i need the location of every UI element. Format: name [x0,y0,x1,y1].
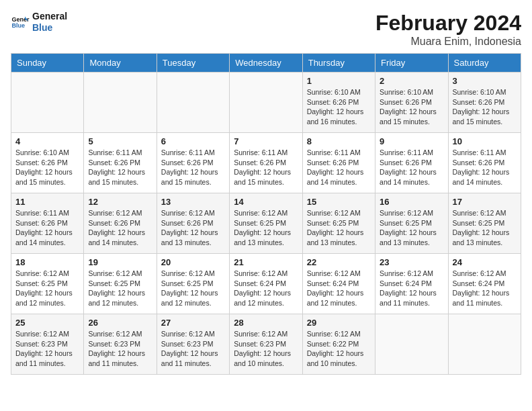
day-info: Sunrise: 6:11 AMSunset: 6:26 PMDaylight:… [88,148,152,187]
day-info: Sunrise: 6:12 AMSunset: 6:23 PMDaylight:… [88,329,152,369]
day-number: 25 [15,318,79,328]
calendar-cell: 18Sunrise: 6:12 AMSunset: 6:25 PMDayligh… [11,254,84,314]
day-number: 5 [88,136,152,146]
day-number: 18 [15,257,79,267]
weekday-header-thursday: Thursday [302,54,375,73]
day-number: 15 [307,197,371,207]
day-number: 10 [453,136,517,146]
calendar-cell: 12Sunrise: 6:12 AMSunset: 6:26 PMDayligh… [84,193,157,254]
calendar-cell: 6Sunrise: 6:11 AMSunset: 6:26 PMDaylight… [157,133,229,193]
weekday-header-sunday: Sunday [11,54,84,73]
calendar-cell [84,73,157,133]
calendar-cell: 11Sunrise: 6:11 AMSunset: 6:26 PMDayligh… [11,193,84,254]
month-year-title: February 2024 [375,11,521,36]
day-info: Sunrise: 6:11 AMSunset: 6:26 PMDaylight:… [307,148,371,187]
calendar-cell: 24Sunrise: 6:12 AMSunset: 6:24 PMDayligh… [448,254,521,314]
day-number: 2 [380,76,443,86]
logo-blue: Blue [32,22,67,34]
calendar-cell: 26Sunrise: 6:12 AMSunset: 6:23 PMDayligh… [84,314,157,375]
calendar-cell: 4Sunrise: 6:10 AMSunset: 6:26 PMDaylight… [11,133,84,193]
week-row-4: 18Sunrise: 6:12 AMSunset: 6:25 PMDayligh… [11,254,521,314]
day-number: 7 [234,136,298,146]
calendar-cell: 14Sunrise: 6:12 AMSunset: 6:25 PMDayligh… [230,193,302,254]
day-number: 3 [453,76,517,86]
day-info: Sunrise: 6:12 AMSunset: 6:25 PMDaylight:… [15,269,79,308]
calendar-cell: 5Sunrise: 6:11 AMSunset: 6:26 PMDaylight… [84,133,157,193]
calendar-cell [230,73,302,133]
day-number: 21 [234,257,298,267]
day-number: 16 [380,197,443,207]
week-row-2: 4Sunrise: 6:10 AMSunset: 6:26 PMDaylight… [11,133,521,193]
logo-general: General [32,11,67,22]
weekday-header-wednesday: Wednesday [230,54,302,73]
day-info: Sunrise: 6:12 AMSunset: 6:25 PMDaylight:… [307,208,371,248]
day-number: 1 [307,76,371,86]
calendar-cell [157,73,229,133]
day-info: Sunrise: 6:12 AMSunset: 6:25 PMDaylight:… [161,269,225,308]
day-number: 29 [307,318,371,328]
weekday-header-row: SundayMondayTuesdayWednesdayThursdayFrid… [11,54,521,73]
calendar-cell: 8Sunrise: 6:11 AMSunset: 6:26 PMDaylight… [302,133,375,193]
day-number: 20 [161,257,225,267]
calendar-cell: 22Sunrise: 6:12 AMSunset: 6:24 PMDayligh… [302,254,375,314]
day-number: 27 [161,318,225,328]
day-number: 12 [88,197,152,207]
location-subtitle: Muara Enim, Indonesia [375,36,521,48]
week-row-1: 1Sunrise: 6:10 AMSunset: 6:26 PMDaylight… [11,73,521,133]
week-row-5: 25Sunrise: 6:12 AMSunset: 6:23 PMDayligh… [11,314,521,375]
calendar-cell: 29Sunrise: 6:12 AMSunset: 6:22 PMDayligh… [302,314,375,375]
day-number: 23 [380,257,443,267]
calendar-cell: 20Sunrise: 6:12 AMSunset: 6:25 PMDayligh… [157,254,229,314]
day-number: 13 [161,197,225,207]
calendar-cell: 1Sunrise: 6:10 AMSunset: 6:26 PMDaylight… [302,73,375,133]
day-info: Sunrise: 6:10 AMSunset: 6:26 PMDaylight:… [380,87,443,127]
day-info: Sunrise: 6:12 AMSunset: 6:23 PMDaylight:… [234,329,298,369]
day-info: Sunrise: 6:12 AMSunset: 6:24 PMDaylight:… [234,269,298,308]
calendar-cell [448,314,521,375]
day-number: 4 [15,136,79,146]
title-section: February 2024 Muara Enim, Indonesia [375,11,521,48]
day-info: Sunrise: 6:12 AMSunset: 6:26 PMDaylight:… [161,208,225,248]
calendar-table: SundayMondayTuesdayWednesdayThursdayFrid… [11,53,521,375]
day-info: Sunrise: 6:11 AMSunset: 6:26 PMDaylight:… [380,148,443,187]
day-info: Sunrise: 6:10 AMSunset: 6:26 PMDaylight:… [307,87,371,127]
day-info: Sunrise: 6:12 AMSunset: 6:25 PMDaylight:… [88,269,152,308]
calendar-cell: 16Sunrise: 6:12 AMSunset: 6:25 PMDayligh… [375,193,448,254]
weekday-header-tuesday: Tuesday [157,54,229,73]
calendar-cell: 23Sunrise: 6:12 AMSunset: 6:24 PMDayligh… [375,254,448,314]
day-number: 8 [307,136,371,146]
day-number: 19 [88,257,152,267]
day-number: 28 [234,318,298,328]
header: General Blue General Blue February 2024 … [11,11,521,48]
day-info: Sunrise: 6:11 AMSunset: 6:26 PMDaylight:… [234,148,298,187]
calendar-cell: 2Sunrise: 6:10 AMSunset: 6:26 PMDaylight… [375,73,448,133]
calendar-cell: 3Sunrise: 6:10 AMSunset: 6:26 PMDaylight… [448,73,521,133]
day-number: 17 [453,197,517,207]
day-info: Sunrise: 6:12 AMSunset: 6:24 PMDaylight:… [380,269,443,308]
weekday-header-friday: Friday [375,54,448,73]
day-info: Sunrise: 6:10 AMSunset: 6:26 PMDaylight:… [15,148,79,187]
day-number: 11 [15,197,79,207]
calendar-cell: 7Sunrise: 6:11 AMSunset: 6:26 PMDaylight… [230,133,302,193]
calendar-cell: 27Sunrise: 6:12 AMSunset: 6:23 PMDayligh… [157,314,229,375]
calendar-cell [11,73,84,133]
weekday-header-monday: Monday [84,54,157,73]
day-info: Sunrise: 6:11 AMSunset: 6:26 PMDaylight:… [453,148,517,187]
calendar-cell: 17Sunrise: 6:12 AMSunset: 6:25 PMDayligh… [448,193,521,254]
day-info: Sunrise: 6:11 AMSunset: 6:26 PMDaylight:… [161,148,225,187]
day-info: Sunrise: 6:12 AMSunset: 6:25 PMDaylight:… [234,208,298,248]
day-info: Sunrise: 6:12 AMSunset: 6:23 PMDaylight:… [161,329,225,369]
week-row-3: 11Sunrise: 6:11 AMSunset: 6:26 PMDayligh… [11,193,521,254]
calendar-cell [375,314,448,375]
day-number: 22 [307,257,371,267]
day-number: 26 [88,318,152,328]
calendar-cell: 15Sunrise: 6:12 AMSunset: 6:25 PMDayligh… [302,193,375,254]
day-info: Sunrise: 6:12 AMSunset: 6:24 PMDaylight:… [307,269,371,308]
calendar-cell: 13Sunrise: 6:12 AMSunset: 6:26 PMDayligh… [157,193,229,254]
day-number: 14 [234,197,298,207]
calendar-cell: 28Sunrise: 6:12 AMSunset: 6:23 PMDayligh… [230,314,302,375]
weekday-header-saturday: Saturday [448,54,521,73]
calendar-cell: 10Sunrise: 6:11 AMSunset: 6:26 PMDayligh… [448,133,521,193]
day-number: 6 [161,136,225,146]
calendar-cell: 19Sunrise: 6:12 AMSunset: 6:25 PMDayligh… [84,254,157,314]
